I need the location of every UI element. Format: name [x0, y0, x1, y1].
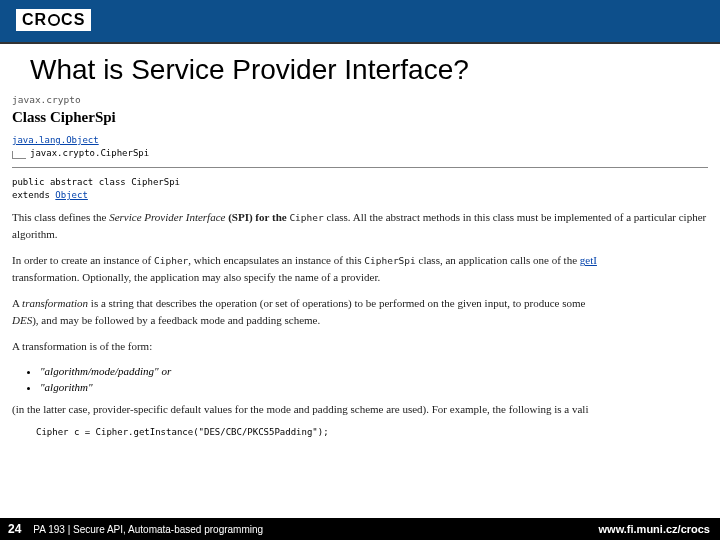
cipher-code: Cipher — [289, 212, 323, 223]
description-para-4: A transformation is of the form: — [12, 338, 708, 355]
code-example: Cipher c = Cipher.getInstance("DES/CBC/P… — [36, 427, 708, 437]
text: This class defines the — [12, 211, 109, 223]
form-item-1: "algorithm/mode/padding" or — [40, 365, 708, 377]
spi-term: Service Provider Interface — [109, 211, 225, 223]
footer-text: PA 193 | Secure API, Automata-based prog… — [29, 524, 598, 535]
class-hierarchy: java.lang.Object javax.crypto.CipherSpi — [12, 134, 708, 159]
cipher-code: Cipher — [154, 255, 188, 266]
sig-object-link[interactable]: Object — [55, 190, 88, 200]
divider — [12, 167, 708, 168]
getinstance-link[interactable]: getI — [580, 254, 597, 266]
url-path: /crocs — [678, 523, 710, 535]
class-name: Class CipherSpi — [12, 109, 708, 126]
form-item-2: "algorithm" — [40, 381, 708, 393]
description-para-5: (in the latter case, provider-specific d… — [12, 401, 708, 418]
logo-text-left: CR — [22, 11, 47, 29]
javadoc-content: javax.crypto Class CipherSpi java.lang.O… — [0, 94, 720, 437]
hierarchy-indent-icon — [12, 151, 26, 159]
logo-circle-icon — [48, 14, 60, 26]
cipherspi-code: CipherSpi — [364, 255, 415, 266]
transformation-forms-list: "algorithm/mode/padding" or "algorithm" — [40, 365, 708, 393]
footer-url: www.fi.muni.cz/crocs — [599, 523, 720, 535]
text: (SPI) for the — [225, 211, 289, 223]
logo-text-right: CS — [61, 11, 85, 29]
text: ), and may be followed by a feedback mod… — [32, 314, 320, 326]
text: , which encapsulates an instance of this — [188, 254, 364, 266]
description-para-1: This class defines the Service Provider … — [12, 209, 708, 242]
slide-title: What is Service Provider Interface? — [0, 44, 720, 94]
hierarchy-parent-link[interactable]: java.lang.Object — [12, 135, 99, 145]
description-para-3: A transformation is a string that descri… — [12, 295, 708, 328]
class-signature: public abstract class CipherSpi extends … — [12, 176, 708, 201]
text: In order to create an instance of — [12, 254, 154, 266]
url-host: www.fi.muni.cz — [599, 523, 678, 535]
package-name: javax.crypto — [12, 94, 708, 105]
des-term: DES — [12, 314, 32, 326]
text: A — [12, 297, 22, 309]
logo-box: CR CS — [16, 9, 91, 31]
description-para-2: In order to create an instance of Cipher… — [12, 252, 708, 285]
text: transformation. Optionally, the applicat… — [12, 271, 380, 283]
text: class, an application calls one of the — [416, 254, 580, 266]
transformation-term: transformation — [22, 297, 88, 309]
sig-line2-prefix: extends — [12, 190, 55, 200]
hierarchy-child: javax.crypto.CipherSpi — [30, 148, 149, 158]
sig-line1: public abstract class CipherSpi — [12, 177, 180, 187]
footer-bar: 24 PA 193 | Secure API, Automata-based p… — [0, 518, 720, 540]
header-bar: CR CS — [0, 0, 720, 42]
page-number: 24 — [0, 522, 29, 536]
text: is a string that describes the operation… — [88, 297, 585, 309]
logo: CR CS — [16, 6, 91, 34]
